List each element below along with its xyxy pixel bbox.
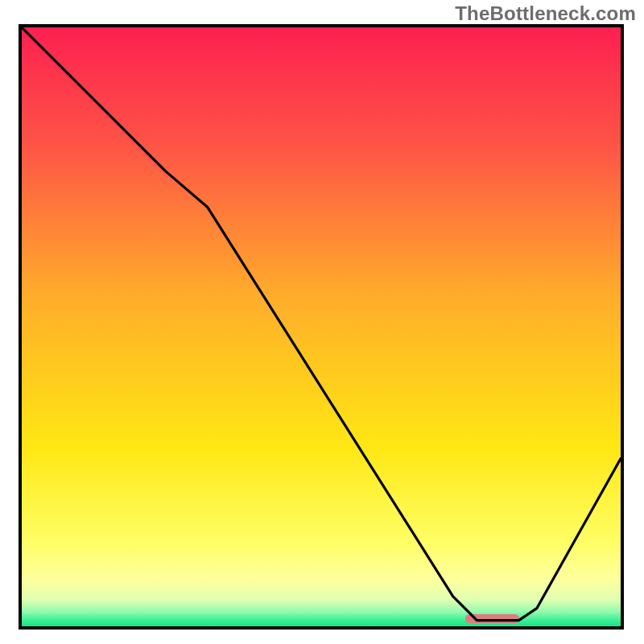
chart-frame — [19, 24, 624, 630]
chart-container: TheBottleneck.com — [0, 0, 644, 644]
bottleneck-curve — [22, 27, 621, 621]
curve-layer — [22, 27, 621, 626]
watermark-text: TheBottleneck.com — [455, 2, 636, 25]
